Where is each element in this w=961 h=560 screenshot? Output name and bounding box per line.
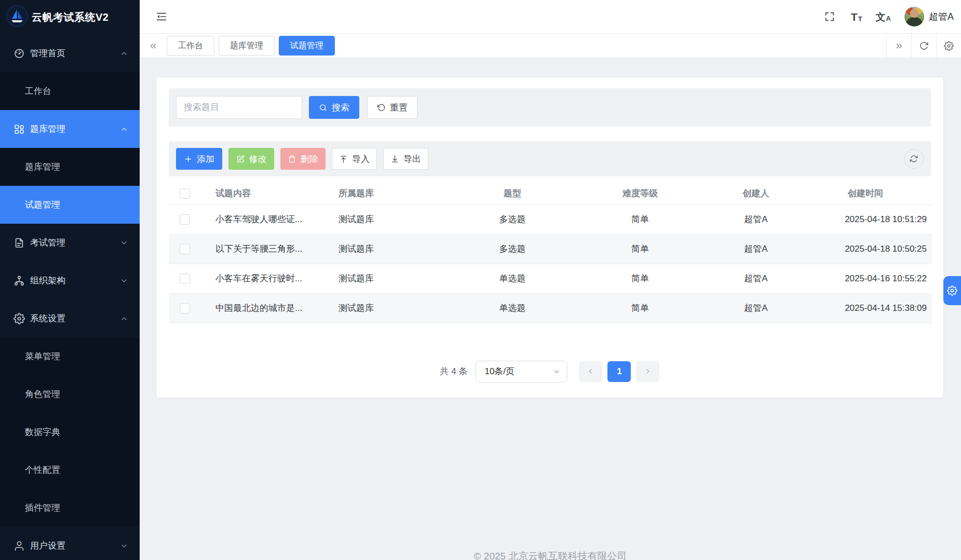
sidebar-item-label: 角色管理 bbox=[25, 388, 60, 400]
grid-icon bbox=[13, 123, 25, 135]
gear-icon bbox=[13, 312, 25, 325]
translate-icon[interactable]: 文A bbox=[876, 12, 891, 22]
refresh-page-icon[interactable] bbox=[911, 34, 936, 58]
chevron-down-icon bbox=[120, 542, 128, 550]
layout-settings-gear-icon[interactable] bbox=[936, 34, 961, 58]
page-number-button[interactable]: 1 bbox=[607, 361, 631, 382]
chevron-up-icon bbox=[120, 125, 128, 133]
import-button[interactable]: 导入 bbox=[332, 148, 377, 170]
search-input[interactable] bbox=[176, 96, 302, 119]
sidebar-item-plugin-management[interactable]: 插件管理 bbox=[0, 489, 140, 527]
font-size-icon[interactable]: TT bbox=[851, 11, 862, 22]
sidebar-item-user-settings[interactable]: 用户设置 bbox=[0, 527, 140, 560]
tabs-scroll-left-icon[interactable]: « bbox=[140, 34, 167, 58]
column-header-difficulty: 难度等级 bbox=[567, 183, 713, 204]
row-checkbox[interactable] bbox=[180, 274, 190, 284]
app-title: 云帆考试系统V2 bbox=[32, 10, 109, 24]
select-all-checkbox[interactable] bbox=[180, 188, 190, 199]
delete-button[interactable]: 删除 bbox=[280, 148, 326, 170]
column-header-creator: 创建人 bbox=[713, 183, 799, 204]
row-checkbox[interactable] bbox=[180, 214, 190, 225]
page-size-select[interactable]: 10条/页 bbox=[476, 361, 567, 383]
user-menu[interactable]: 超管A bbox=[904, 7, 954, 26]
export-button[interactable]: 导出 bbox=[383, 148, 428, 170]
sidebar-item-label: 考试管理 bbox=[30, 237, 65, 249]
tab-bar: « 工作台 题库管理 试题管理 » bbox=[140, 34, 961, 58]
page-content: 搜索 重置 添加 修改 bbox=[140, 58, 961, 560]
table-row: 中国最北边的城市是... 测试题库 单选题 简单 超管A 2025-04-14 … bbox=[169, 293, 932, 323]
top-header: TT 文A 超管A bbox=[140, 0, 961, 34]
refresh-table-icon[interactable] bbox=[904, 149, 924, 169]
table-row: 以下关于等腰三角形... 测试题库 多选题 简单 超管A 2025-04-18 … bbox=[169, 234, 932, 264]
dashboard-icon bbox=[13, 47, 25, 60]
sidebar-item-admin-home[interactable]: 管理首页 bbox=[0, 34, 140, 72]
add-button[interactable]: 添加 bbox=[176, 148, 222, 170]
sidebar-item-label: 插件管理 bbox=[25, 502, 60, 514]
row-checkbox[interactable] bbox=[180, 303, 190, 313]
collapse-sidebar-icon[interactable] bbox=[154, 9, 169, 24]
question-list-card: 搜索 重置 添加 修改 bbox=[156, 77, 944, 398]
column-header-created-at: 创建时间 bbox=[799, 183, 932, 204]
sailboat-logo-icon bbox=[6, 5, 28, 29]
sidebar-item-question-management[interactable]: 试题管理 bbox=[0, 186, 140, 224]
search-panel: 搜索 重置 bbox=[169, 88, 931, 127]
sidebar-item-exam-mgmt[interactable]: 考试管理 bbox=[0, 224, 140, 262]
edit-icon bbox=[236, 155, 245, 163]
chevron-up-icon bbox=[120, 315, 128, 323]
chevron-down-icon bbox=[120, 277, 128, 285]
sidebar-item-label: 数据字典 bbox=[25, 426, 60, 438]
reset-icon bbox=[377, 103, 386, 112]
toolbar: 添加 修改 删除 导入 bbox=[169, 141, 931, 176]
document-icon bbox=[13, 237, 25, 249]
main-area: TT 文A 超管A « 工作台 题库管理 试题管理 » bbox=[140, 0, 961, 560]
submenu-system-settings: 菜单管理 角色管理 数据字典 个性配置 插件管理 bbox=[0, 337, 140, 527]
sidebar-item-system-settings[interactable]: 系统设置 bbox=[0, 299, 140, 337]
table-row: 小客车在雾天行驶时... 测试题库 单选题 简单 超管A 2025-04-16 … bbox=[169, 264, 932, 293]
fullscreen-icon[interactable] bbox=[822, 9, 837, 24]
sidebar-item-question-bank-mgmt[interactable]: 题库管理 bbox=[0, 110, 140, 148]
avatar bbox=[904, 7, 924, 26]
trash-icon bbox=[288, 155, 296, 163]
edit-button[interactable]: 修改 bbox=[228, 148, 274, 170]
tabs-scroll-right-icon[interactable]: » bbox=[886, 34, 911, 58]
row-checkbox[interactable] bbox=[180, 244, 190, 254]
column-header-content: 试题内容 bbox=[201, 183, 331, 204]
download-icon bbox=[390, 155, 399, 163]
reset-button[interactable]: 重置 bbox=[367, 96, 417, 119]
pagination: 共 4 条 10条/页 1 bbox=[169, 361, 931, 383]
prev-page-button[interactable] bbox=[579, 361, 602, 382]
sidebar-item-role-management[interactable]: 角色管理 bbox=[0, 375, 140, 413]
theme-settings-gear-icon[interactable] bbox=[943, 276, 961, 305]
sidebar-item-label: 题库管理 bbox=[25, 161, 60, 173]
upload-icon bbox=[339, 155, 348, 163]
chevron-down-icon bbox=[120, 239, 128, 247]
sidebar-item-menu-management[interactable]: 菜单管理 bbox=[0, 337, 140, 375]
tab-workbench[interactable]: 工作台 bbox=[167, 36, 214, 56]
sidebar-item-data-dictionary[interactable]: 数据字典 bbox=[0, 413, 140, 451]
column-header-bank: 所属题库 bbox=[331, 183, 457, 204]
sidebar-item-personalization[interactable]: 个性配置 bbox=[0, 451, 140, 489]
chevron-up-icon bbox=[120, 49, 128, 58]
chevron-left-icon bbox=[587, 367, 594, 375]
sidebar-menu: 管理首页 工作台 题库管理 题库管理 试题管理 bbox=[0, 34, 140, 560]
sidebar-item-workbench[interactable]: 工作台 bbox=[0, 72, 140, 110]
sidebar-item-label: 用户设置 bbox=[30, 540, 65, 552]
user-name: 超管A bbox=[929, 10, 954, 23]
sidebar-item-organization[interactable]: 组织架构 bbox=[0, 262, 140, 299]
tab-question-management[interactable]: 试题管理 bbox=[279, 36, 335, 56]
next-page-button[interactable] bbox=[636, 361, 659, 382]
search-icon bbox=[319, 103, 328, 112]
chevron-right-icon bbox=[644, 367, 652, 375]
column-header-type: 题型 bbox=[457, 183, 567, 204]
search-button[interactable]: 搜索 bbox=[309, 96, 359, 119]
sidebar-item-label: 菜单管理 bbox=[25, 350, 60, 362]
tab-controls: » bbox=[886, 34, 961, 58]
chevron-down-icon bbox=[552, 367, 561, 376]
tabs: 工作台 题库管理 试题管理 bbox=[167, 34, 335, 58]
sidebar-item-label: 管理首页 bbox=[30, 47, 65, 59]
tab-bank-management[interactable]: 题库管理 bbox=[219, 36, 275, 56]
sidebar-item-label: 工作台 bbox=[25, 85, 51, 97]
question-table: 试题内容 所属题库 题型 难度等级 创建人 创建时间 小客车驾驶人哪些证... bbox=[169, 183, 932, 323]
sidebar-item-bank-management[interactable]: 题库管理 bbox=[0, 148, 140, 186]
sidebar-item-label: 个性配置 bbox=[25, 464, 60, 476]
